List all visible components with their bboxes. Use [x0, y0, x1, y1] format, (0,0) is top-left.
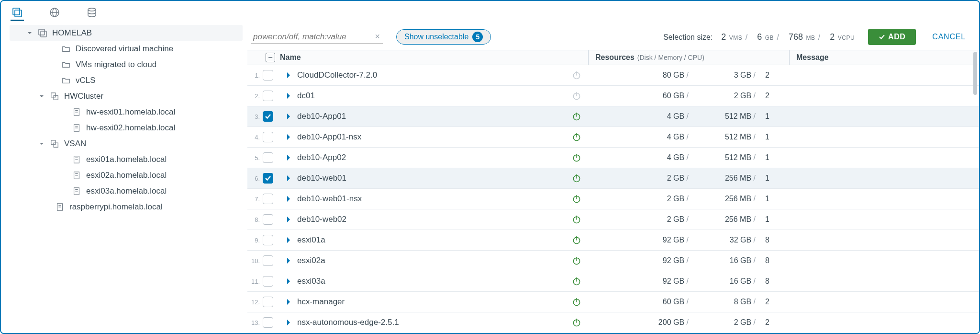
- disk-value: 4 GB: [588, 112, 693, 121]
- tree-label: Discovered virtual machine: [76, 44, 173, 54]
- clear-icon[interactable]: ×: [373, 32, 382, 42]
- tree-label: vCLS: [76, 76, 96, 85]
- row-checkbox[interactable]: [263, 276, 273, 287]
- svg-rect-8: [54, 95, 58, 100]
- disk-value: 80 GB: [588, 71, 693, 80]
- tree-host[interactable]: raspberrypi.homelab.local: [10, 199, 243, 215]
- table-row[interactable]: 5.deb10-App024 GB512 MB1: [247, 148, 979, 168]
- tree-host[interactable]: esxi03a.homelab.local: [10, 183, 243, 199]
- row-checkbox[interactable]: [263, 235, 273, 245]
- row-checkbox[interactable]: [263, 214, 273, 225]
- datacenter-icon: [38, 28, 47, 38]
- chevron-right-icon[interactable]: [280, 72, 297, 79]
- chevron-right-icon[interactable]: [280, 257, 297, 264]
- row-number: 3.: [247, 113, 263, 120]
- add-button[interactable]: ADD: [868, 29, 916, 45]
- search-input[interactable]: ×: [251, 31, 383, 44]
- chevron-right-icon[interactable]: [280, 299, 297, 305]
- svg-rect-12: [54, 143, 58, 147]
- col-resources: Resources: [595, 53, 635, 62]
- disk-value: 60 GB: [588, 298, 693, 306]
- chevron-right-icon[interactable]: [280, 134, 297, 140]
- table-row[interactable]: 12.hcx-manager60 GB8 GB2: [247, 292, 979, 312]
- tree-label: HOMELAB: [52, 28, 92, 38]
- row-number: 8.: [247, 216, 263, 223]
- tree-host[interactable]: hw-esxi01.homelab.local: [10, 104, 243, 120]
- show-unselectable-button[interactable]: Show unselectable 5: [396, 29, 491, 45]
- vm-name: deb10-App01-nsx: [297, 132, 565, 142]
- row-checkbox[interactable]: [263, 91, 273, 101]
- chevron-right-icon[interactable]: [280, 216, 297, 223]
- table-row[interactable]: 9.esxi01a92 GB32 GB8: [247, 230, 979, 251]
- row-checkbox[interactable]: [263, 173, 273, 184]
- chevron-right-icon[interactable]: [280, 319, 297, 326]
- selection-summary: Selection size: 2 VMS / 6 GB / 768 MB / …: [663, 32, 855, 42]
- tree-folder[interactable]: Discovered virtual machine: [10, 41, 243, 57]
- table-row[interactable]: 6.deb10-web012 GB256 MB1: [247, 168, 979, 189]
- row-checkbox[interactable]: [263, 70, 273, 81]
- summary-label: Selection size:: [663, 33, 713, 42]
- cancel-button[interactable]: CANCEL: [929, 32, 969, 42]
- cluster-icon: [50, 139, 59, 149]
- table-row[interactable]: 8.deb10-web022 GB256 MB1: [247, 209, 979, 230]
- power-icon: [565, 112, 588, 121]
- row-checkbox[interactable]: [263, 297, 273, 307]
- chevron-right-icon[interactable]: [280, 154, 297, 161]
- chevron-right-icon[interactable]: [280, 175, 297, 182]
- tree-cluster[interactable]: HWCluster: [10, 88, 243, 104]
- table-row[interactable]: 7.deb10-web01-nsx2 GB256 MB1: [247, 189, 979, 209]
- chevron-right-icon[interactable]: [280, 278, 297, 285]
- row-number: 1.: [247, 72, 263, 79]
- vm-name: deb10-web02: [297, 215, 565, 224]
- chevron-right-icon[interactable]: [280, 196, 297, 202]
- row-checkbox[interactable]: [263, 132, 273, 142]
- cpu-value: 8: [760, 277, 789, 286]
- tab-storage-icon[interactable]: [85, 8, 99, 21]
- tree-folder[interactable]: VMs migrated to cloud: [10, 57, 243, 72]
- disk-value: 200 GB: [588, 318, 693, 327]
- tree-host[interactable]: esxi01a.homelab.local: [10, 151, 243, 167]
- tree-root[interactable]: HOMELAB: [10, 25, 243, 41]
- svg-rect-7: [51, 92, 56, 97]
- row-checkbox[interactable]: [263, 317, 273, 328]
- tree-folder[interactable]: vCLS: [10, 72, 243, 88]
- row-number: 5.: [247, 154, 263, 161]
- folder-icon: [61, 76, 71, 85]
- host-icon: [72, 123, 81, 133]
- table-row[interactable]: 10.esxi02a92 GB16 GB8: [247, 251, 979, 271]
- tree-host[interactable]: esxi02a.homelab.local: [10, 167, 243, 183]
- scrollbar[interactable]: [973, 52, 977, 95]
- table-row[interactable]: 4.deb10-App01-nsx4 GB512 MB1: [247, 127, 979, 148]
- chevron-down-icon[interactable]: [38, 93, 45, 100]
- search-field[interactable]: [252, 32, 373, 42]
- table-row[interactable]: 11.esxi03a92 GB16 GB8: [247, 271, 979, 292]
- table-row[interactable]: 3.deb10-App014 GB512 MB1: [247, 106, 979, 127]
- power-icon: [565, 235, 588, 245]
- power-icon: [565, 318, 588, 327]
- chevron-right-icon[interactable]: [280, 92, 297, 99]
- header-checkbox[interactable]: −: [266, 53, 275, 62]
- tree-host[interactable]: hw-esxi02.homelab.local: [10, 120, 243, 136]
- chevron-down-icon[interactable]: [38, 140, 45, 147]
- table-row[interactable]: 13.nsx-autonomous-edge-2.5.1200 GB2 GB2: [247, 312, 979, 333]
- row-checkbox[interactable]: [263, 111, 273, 122]
- table-row[interactable]: 1.CloudDCollector-7.2.080 GB3 GB2: [247, 65, 979, 86]
- tab-vms-icon[interactable]: [11, 8, 24, 21]
- vm-name: hcx-manager: [297, 297, 565, 307]
- chevron-down-icon[interactable]: [26, 30, 33, 36]
- table-row[interactable]: 2.dc0160 GB2 GB2: [247, 86, 979, 106]
- tree-cluster[interactable]: VSAN: [10, 136, 243, 151]
- row-checkbox[interactable]: [263, 255, 273, 266]
- memory-value: 512 MB: [693, 112, 760, 121]
- col-message: Message: [796, 53, 829, 62]
- power-icon: [565, 70, 588, 80]
- chevron-right-icon[interactable]: [280, 237, 297, 243]
- row-checkbox[interactable]: [263, 152, 273, 163]
- row-checkbox[interactable]: [263, 194, 273, 204]
- inventory-tree[interactable]: HOMELAB Discovered virtual machine VMs m…: [1, 24, 247, 333]
- power-icon: [565, 276, 588, 286]
- chevron-right-icon[interactable]: [280, 113, 297, 120]
- row-number: 12.: [247, 299, 263, 306]
- disk-value: 92 GB: [588, 277, 693, 286]
- tab-network-icon[interactable]: [48, 8, 61, 21]
